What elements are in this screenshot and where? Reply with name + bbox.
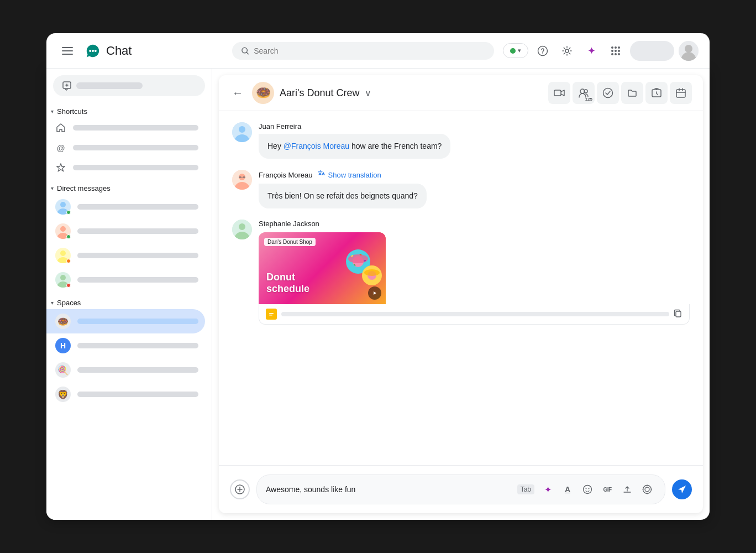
more-options-icon[interactable] (638, 481, 656, 498)
spaces-label: Spaces (57, 299, 81, 307)
francois-header: François Moreau Show translation (259, 170, 690, 180)
spaces-item-lion[interactable]: 🦁 (46, 382, 205, 406)
emoji-icon[interactable] (579, 481, 596, 498)
chat-header: ← 🍩 Aari's Donut Crew ∨ (219, 75, 703, 111)
svg-point-5 (92, 50, 94, 52)
card-play-button[interactable] (368, 286, 381, 300)
dm-name-2 (77, 228, 198, 234)
svg-rect-1 (62, 50, 73, 51)
svg-point-26 (60, 275, 66, 280)
chat-dropdown-icon[interactable]: ∨ (365, 88, 371, 98)
spaces-item-donut[interactable]: 🍩 (46, 309, 205, 333)
gif-icon[interactable]: GIF (599, 481, 616, 498)
show-translation-label: Show translation (328, 171, 381, 179)
svg-point-13 (618, 46, 620, 49)
francois-bubble: Très bien! On se refait des beignets qua… (259, 184, 427, 208)
dm-item-1[interactable] (46, 195, 205, 219)
svg-point-14 (611, 50, 613, 52)
spaces-name-3 (77, 367, 198, 373)
format-text-icon[interactable]: A (559, 481, 576, 498)
video-call-button[interactable] (548, 82, 570, 104)
top-bar-right: ▾ ✦ (503, 41, 699, 61)
new-chat-label (76, 82, 143, 89)
profile-area (630, 41, 674, 61)
input-actions: ✦ A GIF (539, 481, 656, 498)
svg-point-12 (615, 46, 617, 49)
svg-rect-2 (62, 54, 73, 55)
sidebar: ▾ Shortcuts @ (46, 69, 212, 520)
svg-rect-52 (268, 311, 275, 317)
chat-panel: ← 🍩 Aari's Donut Crew ∨ (219, 75, 703, 513)
svg-point-9 (542, 53, 543, 54)
add-attachment-button[interactable] (230, 479, 250, 499)
copy-icon[interactable] (674, 309, 683, 320)
juan-name: Juan Ferreira (259, 122, 301, 131)
juan-bubble: Hey @François Moreau how are the French … (259, 134, 450, 159)
dm-name-4 (77, 277, 198, 283)
help-icon[interactable] (533, 41, 553, 61)
dm-status-2 (66, 234, 71, 239)
svg-point-61 (645, 487, 649, 492)
svg-rect-0 (62, 47, 73, 48)
header-actions: 125 (548, 82, 692, 104)
search-bar (232, 42, 494, 60)
chevron-down-icon: ▾ (518, 47, 521, 54)
juan-header: Juan Ferreira (259, 122, 690, 131)
sidebar-item-home[interactable] (46, 118, 205, 138)
message-group-juan: Juan Ferreira Hey @François Moreau how a… (232, 122, 690, 159)
sidebar-item-starred[interactable] (46, 158, 205, 178)
dm-item-2[interactable] (46, 219, 205, 243)
svg-rect-55 (676, 311, 681, 317)
svg-rect-54 (269, 315, 272, 316)
spaces-section-header[interactable]: ▾ Spaces (46, 296, 212, 309)
dm-item-3[interactable] (46, 243, 205, 268)
star-icon (55, 162, 66, 173)
sidebar-item-mentions[interactable]: @ (46, 138, 205, 158)
app-logo: Chat (84, 42, 132, 60)
show-translation-button[interactable]: Show translation (317, 170, 381, 180)
settings-icon[interactable] (557, 41, 577, 61)
card-info-bar (259, 304, 690, 325)
back-button[interactable]: ← (230, 85, 245, 102)
spaces-item-h[interactable]: H (46, 333, 205, 358)
svg-point-65 (651, 489, 652, 490)
gemini-icon[interactable]: ✦ (581, 41, 601, 61)
timer-button[interactable] (645, 82, 668, 104)
shortcuts-section-header[interactable]: ▾ Shortcuts (46, 105, 212, 118)
svg-point-17 (611, 53, 613, 55)
dm-section-header[interactable]: ▾ Direct messages (46, 182, 212, 195)
new-chat-button[interactable] (53, 75, 205, 96)
menu-icon[interactable] (57, 41, 77, 61)
donut-emoji: 🍩 (55, 314, 71, 329)
svg-point-23 (60, 202, 66, 207)
members-button[interactable]: 125 (573, 82, 595, 104)
dm-avatar-3 (55, 248, 71, 263)
svg-point-15 (615, 50, 617, 52)
spaces-item-lollipop[interactable]: 🍭 (46, 358, 205, 382)
search-input[interactable] (254, 46, 485, 55)
tasks-button[interactable] (597, 82, 619, 104)
svg-point-10 (565, 49, 569, 53)
dm-item-4[interactable] (46, 268, 205, 292)
svg-rect-53 (269, 313, 274, 314)
dm-name-3 (77, 253, 198, 258)
upload-icon[interactable] (618, 481, 636, 498)
card-container: Dan's Donut Shop Donut schedule (259, 232, 690, 325)
message-group-francois: François Moreau Show translation (232, 170, 690, 208)
juan-avatar (232, 122, 252, 142)
svg-marker-51 (374, 291, 376, 295)
status-button[interactable]: ▾ (503, 43, 528, 58)
donut-shop-label: Dan's Donut Shop (264, 238, 316, 246)
send-button[interactable] (672, 479, 692, 499)
apps-icon[interactable] (606, 41, 626, 61)
svg-point-50 (364, 269, 380, 276)
gemini-assist-icon[interactable]: ✦ (539, 481, 556, 498)
svg-point-24 (60, 226, 66, 232)
files-button[interactable] (621, 82, 643, 104)
user-avatar[interactable] (679, 41, 699, 61)
calendar-button[interactable] (670, 82, 692, 104)
svg-rect-32 (676, 90, 685, 97)
message-input[interactable] (266, 485, 513, 494)
dm-avatar-2 (55, 223, 71, 239)
svg-point-21 (685, 45, 692, 53)
